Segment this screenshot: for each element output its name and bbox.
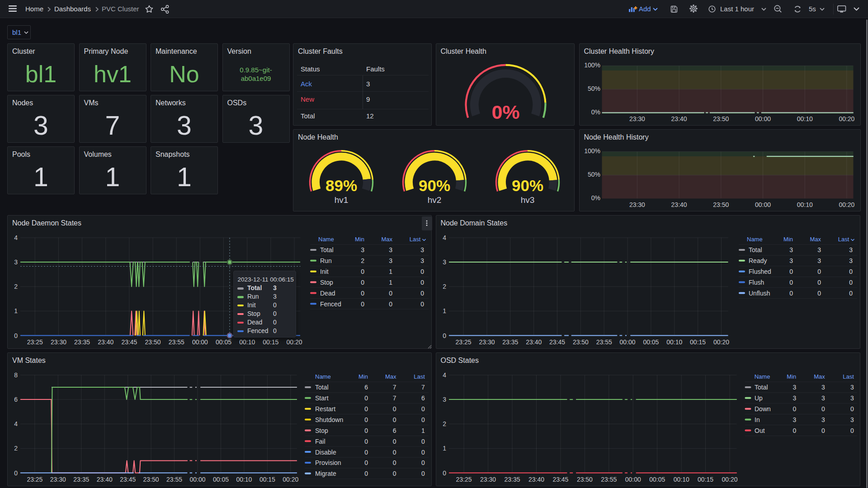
svg-text:Name: Name bbox=[315, 373, 331, 380]
svg-text:3: 3 bbox=[420, 246, 424, 253]
svg-text:90%: 90% bbox=[419, 177, 450, 194]
svg-text:0: 0 bbox=[850, 427, 854, 434]
svg-text:Last: Last bbox=[843, 373, 854, 380]
svg-text:23:30: 23:30 bbox=[629, 115, 645, 122]
svg-text:Max: Max bbox=[381, 236, 392, 243]
svg-text:3: 3 bbox=[821, 384, 825, 391]
svg-text:Name: Name bbox=[318, 236, 334, 243]
svg-text:1: 1 bbox=[421, 427, 425, 434]
svg-text:3: 3 bbox=[821, 416, 825, 423]
svg-text:3: 3 bbox=[850, 394, 854, 402]
svg-text:0: 0 bbox=[789, 290, 793, 297]
svg-text:Last: Last bbox=[414, 373, 425, 380]
svg-text:00:20: 00:20 bbox=[839, 115, 854, 122]
svg-text:Min: Min bbox=[359, 373, 368, 380]
svg-text:23:30: 23:30 bbox=[629, 201, 645, 208]
svg-text:Start: Start bbox=[315, 394, 329, 402]
svg-text:0: 0 bbox=[393, 470, 396, 477]
svg-text:0: 0 bbox=[420, 268, 424, 275]
svg-text:0: 0 bbox=[817, 279, 821, 286]
svg-text:Ready: Ready bbox=[749, 257, 767, 264]
svg-text:0: 0 bbox=[361, 279, 364, 286]
svg-text:Init: Init bbox=[320, 268, 329, 275]
svg-text:Last: Last bbox=[838, 236, 849, 243]
svg-text:00:00: 00:00 bbox=[755, 201, 770, 208]
svg-text:Max: Max bbox=[814, 373, 825, 380]
svg-text:0: 0 bbox=[821, 427, 825, 434]
svg-text:Dead: Dead bbox=[320, 290, 335, 297]
svg-text:Total: Total bbox=[320, 246, 334, 253]
svg-text:0: 0 bbox=[393, 449, 396, 456]
svg-text:0: 0 bbox=[817, 290, 821, 297]
svg-text:Restart: Restart bbox=[315, 405, 335, 413]
svg-text:0: 0 bbox=[364, 438, 368, 445]
svg-text:0: 0 bbox=[421, 438, 425, 445]
svg-text:3: 3 bbox=[361, 246, 364, 253]
svg-text:1: 1 bbox=[389, 279, 392, 286]
svg-text:50%: 50% bbox=[587, 171, 600, 178]
svg-text:Name: Name bbox=[747, 236, 763, 243]
svg-text:0: 0 bbox=[789, 268, 793, 275]
svg-text:0: 0 bbox=[789, 279, 793, 286]
svg-text:Disable: Disable bbox=[315, 449, 336, 456]
svg-text:0: 0 bbox=[361, 268, 364, 275]
svg-text:0: 0 bbox=[364, 449, 368, 456]
svg-text:Fail: Fail bbox=[315, 438, 326, 445]
svg-text:2: 2 bbox=[361, 257, 364, 264]
svg-text:0%: 0% bbox=[491, 101, 519, 123]
svg-text:3: 3 bbox=[389, 246, 392, 253]
svg-text:Total: Total bbox=[755, 384, 768, 391]
svg-text:0: 0 bbox=[793, 427, 796, 434]
svg-text:Total: Total bbox=[749, 246, 762, 253]
svg-text:Stop: Stop bbox=[315, 427, 328, 434]
svg-text:23:40: 23:40 bbox=[671, 201, 687, 208]
svg-text:0: 0 bbox=[393, 459, 396, 466]
svg-text:Min: Min bbox=[355, 236, 364, 243]
svg-text:3: 3 bbox=[789, 246, 793, 253]
svg-text:0: 0 bbox=[364, 459, 368, 466]
svg-text:3: 3 bbox=[850, 384, 854, 391]
svg-text:Run: Run bbox=[320, 257, 332, 264]
svg-text:0: 0 bbox=[849, 290, 853, 297]
svg-text:Min: Min bbox=[783, 236, 793, 243]
svg-text:7: 7 bbox=[393, 384, 396, 391]
svg-text:Migrate: Migrate bbox=[315, 470, 336, 477]
svg-text:3: 3 bbox=[793, 394, 796, 402]
svg-text:23:40: 23:40 bbox=[671, 115, 687, 122]
svg-text:100%: 100% bbox=[584, 61, 600, 69]
svg-text:0: 0 bbox=[421, 459, 425, 466]
svg-text:0: 0 bbox=[849, 268, 853, 275]
svg-text:Fenced: Fenced bbox=[320, 300, 341, 308]
svg-text:0%: 0% bbox=[591, 108, 600, 116]
svg-text:3: 3 bbox=[817, 257, 821, 264]
svg-text:0: 0 bbox=[364, 394, 368, 402]
svg-text:0: 0 bbox=[421, 405, 425, 413]
svg-text:3: 3 bbox=[850, 416, 854, 423]
svg-text:3: 3 bbox=[793, 416, 796, 423]
svg-text:0: 0 bbox=[393, 405, 396, 413]
svg-text:Provision: Provision bbox=[315, 459, 341, 466]
svg-text:3: 3 bbox=[420, 257, 424, 264]
svg-text:Last: Last bbox=[410, 236, 421, 243]
svg-text:Total: Total bbox=[315, 384, 329, 391]
svg-text:0: 0 bbox=[361, 290, 364, 297]
svg-text:Down: Down bbox=[755, 405, 771, 413]
svg-text:0: 0 bbox=[389, 290, 392, 297]
svg-text:Flush: Flush bbox=[749, 279, 764, 286]
svg-text:89%: 89% bbox=[326, 177, 357, 194]
svg-text:3: 3 bbox=[817, 246, 821, 253]
svg-text:0: 0 bbox=[364, 470, 368, 477]
svg-text:7: 7 bbox=[393, 394, 396, 402]
svg-text:Min: Min bbox=[787, 373, 796, 380]
svg-text:0: 0 bbox=[420, 300, 424, 308]
svg-text:0: 0 bbox=[793, 405, 796, 413]
svg-text:Up: Up bbox=[755, 394, 763, 402]
svg-text:0: 0 bbox=[393, 438, 396, 445]
svg-text:0: 0 bbox=[361, 300, 364, 308]
svg-text:23:50: 23:50 bbox=[713, 201, 729, 208]
svg-text:hv2: hv2 bbox=[428, 195, 442, 205]
svg-text:0%: 0% bbox=[591, 194, 600, 202]
svg-text:3: 3 bbox=[849, 257, 853, 264]
svg-text:0: 0 bbox=[393, 416, 396, 423]
svg-text:90%: 90% bbox=[512, 177, 543, 194]
